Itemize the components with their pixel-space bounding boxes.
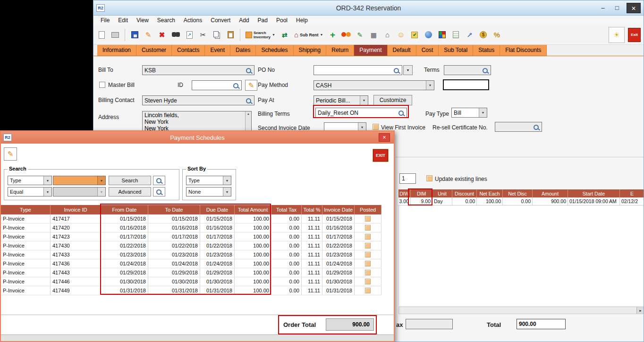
column-header-from-date[interactable]: From Date: [101, 205, 148, 214]
line-row[interactable]: 3.009.00Day0.00100.000.00900.0001/15/201…: [398, 197, 644, 205]
column-header-type[interactable]: Type: [1, 205, 51, 214]
search-value-dropdown[interactable]: ▼: [53, 176, 106, 185]
save-button[interactable]: [129, 27, 140, 43]
search-operator-dropdown[interactable]: Equal ▼: [8, 187, 52, 197]
search-icon[interactable]: [246, 67, 252, 74]
pay-at-dropdown[interactable]: Periodic Bill... ▼: [314, 95, 368, 105]
chevron-down-icon[interactable]: ▼: [479, 108, 487, 117]
menu-item-edit[interactable]: Edit: [114, 17, 132, 24]
maximize-button[interactable]: □: [612, 4, 622, 11]
column-header-due-date[interactable]: Due Date: [200, 205, 235, 214]
customize-button[interactable]: Customize: [373, 95, 412, 105]
terms-field[interactable]: [444, 65, 491, 75]
schedule-row[interactable]: P-Invoice41743601/24/201801/24/201801/24…: [1, 259, 381, 268]
line-column-e[interactable]: E: [620, 189, 644, 197]
posted-checkbox[interactable]: [365, 243, 371, 248]
close-button[interactable]: ✕: [627, 3, 641, 13]
posted-checkbox[interactable]: [365, 261, 371, 266]
tab-dates[interactable]: Dates: [230, 45, 256, 56]
search-icon-button[interactable]: [153, 176, 165, 185]
bank-button[interactable]: ⌂: [382, 27, 392, 43]
minimize-button[interactable]: –: [598, 4, 608, 11]
column-header-total-tax[interactable]: Total Tax: [271, 205, 302, 214]
toolbar-exit-button[interactable]: Exit: [628, 28, 641, 42]
tab-schedules[interactable]: Schedules: [256, 45, 293, 56]
dialog-edit-button[interactable]: ✎: [4, 147, 17, 161]
percent-button[interactable]: %: [491, 27, 502, 43]
pay-type-dropdown[interactable]: Bill ▼: [451, 108, 487, 118]
chevron-down-icon[interactable]: ▼: [223, 188, 231, 196]
chevron-down-icon[interactable]: ▼: [43, 176, 51, 185]
print-button[interactable]: [110, 27, 120, 43]
column-header-total-[interactable]: Total %: [302, 205, 322, 214]
menu-item-add[interactable]: Add: [235, 17, 253, 24]
notes-button[interactable]: [450, 27, 461, 43]
pay-method-extra-field[interactable]: [443, 79, 489, 90]
new-document-button[interactable]: [96, 27, 107, 43]
column-header-total-amount[interactable]: Total Amount: [235, 205, 271, 214]
tab-status[interactable]: Status: [473, 45, 500, 56]
column-header-to-date[interactable]: To Date: [148, 205, 200, 214]
posted-checkbox[interactable]: [365, 279, 371, 284]
billing-terms-field[interactable]: Daily_Reset ON: [315, 108, 407, 118]
posted-checkbox[interactable]: [365, 225, 371, 231]
schedule-row[interactable]: P-Invoice41742301/17/201801/17/201801/17…: [1, 232, 381, 241]
search-icon[interactable]: [393, 67, 400, 74]
line-column-amount[interactable]: Amount: [533, 189, 568, 197]
search-button[interactable]: Search: [109, 176, 151, 185]
flashlight-button[interactable]: ☀: [609, 27, 625, 43]
chevron-down-icon[interactable]: ▼: [426, 81, 434, 90]
tab-payment[interactable]: Payment: [354, 45, 387, 56]
menu-item-view[interactable]: View: [132, 17, 153, 24]
line-column-diw[interactable]: DIW: [398, 189, 411, 197]
certificate-button[interactable]: ✔: [409, 27, 420, 43]
menu-item-pool[interactable]: Pool: [272, 17, 292, 24]
pool-button[interactable]: [341, 27, 351, 43]
line-column-net-each[interactable]: Net Each: [477, 189, 503, 197]
tab-flat-discounts[interactable]: Flat Discounts: [500, 45, 547, 56]
dialog-exit-button[interactable]: EXIT: [373, 149, 388, 162]
tab-contacts[interactable]: Contacts: [172, 45, 205, 56]
convert-button[interactable]: ⇄: [280, 27, 290, 43]
scroll-right-icon[interactable]: ►: [636, 307, 644, 314]
money-button[interactable]: $: [478, 27, 488, 43]
tax-field[interactable]: [406, 319, 453, 329]
line-column-start-date[interactable]: Start Date: [568, 189, 620, 197]
bill-to-field[interactable]: KSB: [142, 65, 254, 75]
billing-contact-field[interactable]: Steven Hyde: [142, 95, 254, 105]
posted-checkbox[interactable]: [365, 216, 371, 222]
posted-checkbox[interactable]: [365, 270, 371, 275]
po-no-field[interactable]: [314, 65, 402, 75]
menu-item-pad[interactable]: Pad: [254, 17, 272, 24]
title-bar[interactable]: R2 ORD-342 Reservation – □ ✕: [93, 0, 644, 16]
globe-button[interactable]: [423, 27, 433, 43]
tab-return[interactable]: Return: [326, 45, 354, 56]
tab-shipping[interactable]: Shipping: [294, 45, 327, 56]
view-first-invoice-checkbox[interactable]: [373, 124, 379, 130]
tab-default[interactable]: Default: [388, 45, 416, 56]
column-header-posted[interactable]: Posted: [355, 205, 381, 214]
cube-button[interactable]: [437, 27, 447, 43]
add-button[interactable]: +: [327, 27, 338, 43]
dialog-close-button[interactable]: ×: [379, 133, 390, 142]
cut-button[interactable]: ✂: [198, 27, 208, 43]
line-column-unit[interactable]: Unit: [432, 189, 452, 197]
search-icon[interactable]: [246, 97, 252, 104]
chevron-down-icon[interactable]: ▼: [97, 176, 105, 185]
copy-button[interactable]: [212, 27, 222, 43]
schedule-row[interactable]: P-Invoice41742001/16/201801/16/201801/16…: [1, 223, 381, 232]
search-icon[interactable]: [533, 124, 540, 130]
sort-field-dropdown[interactable]: Type ▼: [186, 176, 231, 185]
dialog-title-bar[interactable]: R2 Payment Schedules ×: [1, 131, 394, 144]
find-button[interactable]: [170, 27, 181, 43]
edit-button[interactable]: ✎: [143, 27, 153, 43]
advanced-button[interactable]: Advanced: [109, 187, 151, 197]
chevron-down-icon[interactable]: ▼: [360, 96, 368, 105]
menu-item-help[interactable]: Help: [292, 17, 312, 24]
scroll-up-icon[interactable]: ▲: [247, 111, 250, 116]
lines-grid-hscrollbar[interactable]: ►: [398, 307, 644, 314]
schedule-row[interactable]: P-Invoice41744901/31/201801/31/201801/31…: [1, 286, 381, 295]
search-inventory-button[interactable]: SearchInventory▼: [245, 27, 276, 43]
line-column-dim[interactable]: DIM: [411, 189, 432, 197]
advanced-search-icon-button[interactable]: [153, 187, 165, 197]
